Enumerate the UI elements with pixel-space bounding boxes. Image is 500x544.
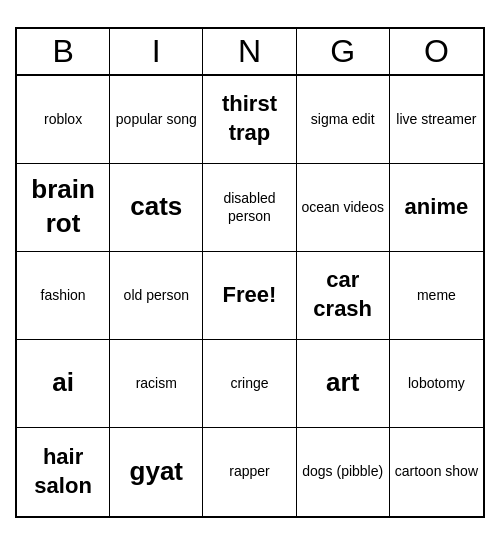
- bingo-cell-2[interactable]: thirst trap: [203, 76, 296, 164]
- bingo-grid: robloxpopular songthirst trapsigma editl…: [17, 76, 483, 516]
- bingo-cell-19[interactable]: lobotomy: [390, 340, 483, 428]
- header-g: G: [297, 29, 390, 74]
- bingo-cell-15[interactable]: ai: [17, 340, 110, 428]
- bingo-cell-8[interactable]: ocean videos: [297, 164, 390, 252]
- bingo-header: B I N G O: [17, 29, 483, 76]
- bingo-card: B I N G O robloxpopular songthirst traps…: [15, 27, 485, 518]
- bingo-cell-12[interactable]: Free!: [203, 252, 296, 340]
- bingo-cell-17[interactable]: cringe: [203, 340, 296, 428]
- bingo-cell-16[interactable]: racism: [110, 340, 203, 428]
- bingo-cell-5[interactable]: brain rot: [17, 164, 110, 252]
- bingo-cell-24[interactable]: cartoon show: [390, 428, 483, 516]
- bingo-cell-7[interactable]: disabled person: [203, 164, 296, 252]
- header-b: B: [17, 29, 110, 74]
- bingo-cell-6[interactable]: cats: [110, 164, 203, 252]
- bingo-cell-23[interactable]: dogs (pibble): [297, 428, 390, 516]
- bingo-cell-11[interactable]: old person: [110, 252, 203, 340]
- bingo-cell-22[interactable]: rapper: [203, 428, 296, 516]
- bingo-cell-21[interactable]: gyat: [110, 428, 203, 516]
- bingo-cell-9[interactable]: anime: [390, 164, 483, 252]
- header-i: I: [110, 29, 203, 74]
- bingo-cell-18[interactable]: art: [297, 340, 390, 428]
- bingo-cell-4[interactable]: live streamer: [390, 76, 483, 164]
- bingo-cell-20[interactable]: hair salon: [17, 428, 110, 516]
- bingo-cell-3[interactable]: sigma edit: [297, 76, 390, 164]
- header-o: O: [390, 29, 483, 74]
- bingo-cell-1[interactable]: popular song: [110, 76, 203, 164]
- bingo-cell-13[interactable]: car crash: [297, 252, 390, 340]
- bingo-cell-10[interactable]: fashion: [17, 252, 110, 340]
- bingo-cell-14[interactable]: meme: [390, 252, 483, 340]
- bingo-cell-0[interactable]: roblox: [17, 76, 110, 164]
- header-n: N: [203, 29, 296, 74]
